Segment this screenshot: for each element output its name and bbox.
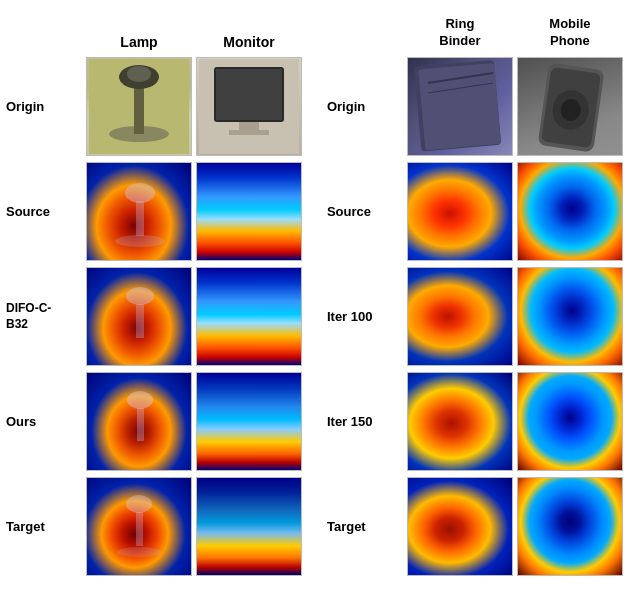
svg-point-4	[127, 66, 151, 82]
mobile-phone-iter150-heatmap	[517, 372, 623, 471]
origin-label-left: Origin	[4, 99, 84, 114]
svg-rect-18	[136, 512, 143, 546]
svg-point-19	[117, 547, 161, 557]
ring-binder-source-heatmap	[407, 162, 513, 261]
svg-point-13	[126, 287, 154, 305]
svg-point-10	[125, 183, 155, 203]
iter100-label-right: Iter 100	[325, 309, 405, 324]
svg-rect-16	[137, 408, 144, 441]
mobile-phone-header: MobilePhone	[515, 4, 625, 54]
monitor-target-heatmap	[196, 477, 302, 576]
lamp-source-heatmap	[86, 162, 192, 261]
source-label-right: Source	[325, 204, 405, 219]
svg-point-17	[126, 495, 152, 513]
monitor-ours-heatmap	[196, 372, 302, 471]
monitor-origin-img	[196, 57, 302, 156]
svg-rect-14	[136, 304, 144, 338]
mobile-phone-iter100-heatmap	[517, 267, 623, 366]
lamp-target-heatmap	[86, 477, 192, 576]
monitor-difo-heatmap	[196, 267, 302, 366]
lamp-difo-heatmap	[86, 267, 192, 366]
mobile-phone-origin-img	[517, 57, 623, 156]
lamp-origin-img	[86, 57, 192, 156]
mobile-phone-target-heatmap	[517, 477, 623, 576]
target-label-left: Target	[4, 519, 84, 534]
svg-rect-9	[229, 130, 269, 135]
svg-rect-8	[239, 122, 259, 130]
ring-binder-header: RingBinder	[405, 4, 515, 54]
svg-point-15	[127, 391, 153, 409]
ring-binder-iter100-heatmap	[407, 267, 513, 366]
svg-rect-21	[418, 63, 501, 150]
target-label-right: Target	[325, 519, 405, 534]
ours-label-left: Ours	[4, 414, 84, 429]
ring-binder-target-heatmap	[407, 477, 513, 576]
monitor-source-heatmap	[196, 162, 302, 261]
lamp-header: Lamp	[84, 4, 194, 54]
svg-point-12	[115, 235, 165, 247]
mobile-phone-source-heatmap	[517, 162, 623, 261]
monitor-header: Monitor	[194, 4, 304, 54]
ring-binder-origin-img	[407, 57, 513, 156]
lamp-ours-heatmap	[86, 372, 192, 471]
origin-label-right: Origin	[325, 99, 405, 114]
ring-binder-iter150-heatmap	[407, 372, 513, 471]
iter150-label-right: Iter 150	[325, 414, 405, 429]
source-label-left: Source	[4, 204, 84, 219]
svg-rect-11	[136, 201, 144, 236]
difo-label-left: DIFO-C-B32	[4, 301, 84, 332]
svg-rect-7	[216, 69, 282, 120]
